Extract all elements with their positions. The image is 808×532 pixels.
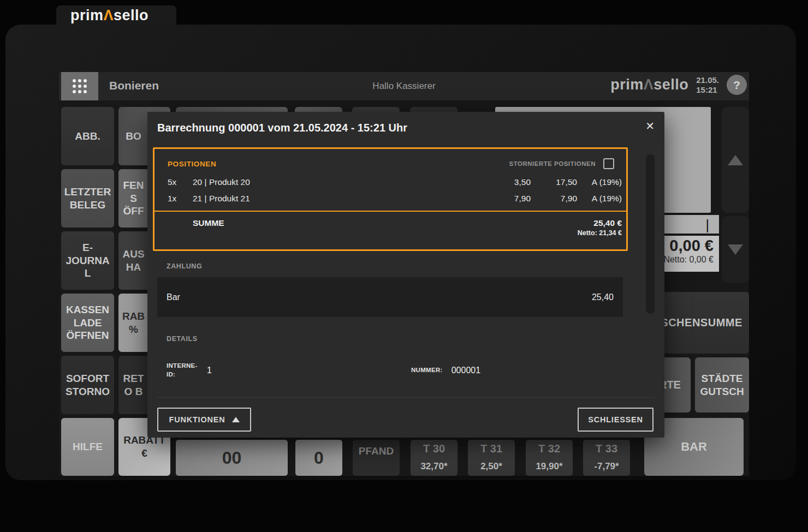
summe-value: 25,40 € (593, 218, 622, 228)
funktionen-button[interactable]: FUNKTIONEN (157, 408, 251, 432)
dialog-title: Barrechnung 000001 vom 21.05.2024 - 15:2… (157, 122, 407, 134)
button-label: T 33 (596, 443, 617, 455)
arrow-down-icon (728, 244, 743, 255)
button-label: 00 (222, 448, 242, 468)
position-row: 1x 21 | Produkt 21 7,90 7,90 A (19%) (168, 194, 622, 204)
sidebar-item-sofort-storno[interactable]: SOFORT STORNO (61, 356, 114, 414)
table-30-button[interactable]: T 3032,70* (411, 440, 458, 476)
logo-text: prim (70, 7, 104, 23)
nummer-value: 000001 (451, 366, 480, 375)
sidebar-item-letzter-beleg[interactable]: LETZTER BELEG (61, 169, 114, 228)
button-label: STÄDTE GUTSCH (698, 372, 746, 398)
date-label: 21.05. (696, 75, 719, 85)
button-label: LETZTER BELEG (64, 186, 111, 212)
datetime: 21.05. 15:21 (696, 75, 719, 95)
button-label: BAR (681, 439, 707, 455)
button-label: RAB % (121, 310, 146, 336)
item-tax: A (19%) (577, 194, 622, 204)
button-label: T 30 (423, 443, 445, 455)
zahlung-row: Bar 25,40 (157, 277, 623, 317)
logo-text: prim (610, 76, 644, 93)
chevron-up-icon (232, 417, 240, 422)
button-label: KASSENLADE ÖFFNEN (64, 303, 111, 342)
item-unit-price: 7,90 (487, 194, 531, 204)
item-qty: 1x (168, 194, 193, 204)
interne-id-value: 1 (207, 366, 212, 375)
close-icon[interactable]: ✕ (645, 119, 655, 133)
table-amount: 2,50* (480, 461, 502, 472)
summe-divider (155, 211, 626, 212)
sidebar-item-hilfe[interactable]: HILFE (61, 418, 114, 476)
button-label: SOFORT STORNO (64, 372, 111, 398)
stornierte-positionen-label: STORNIERTE POSITIONEN (509, 160, 596, 167)
time-label: 15:21 (696, 85, 719, 95)
footer-divider (157, 397, 655, 398)
primasello-logo: primΛsello (70, 7, 148, 24)
keypad-0-button[interactable]: 0 (295, 440, 342, 476)
positions-heading: POSITIONEN (168, 160, 216, 168)
item-unit-price: 3,50 (487, 177, 531, 187)
table-amount: 19,90* (536, 461, 562, 472)
question-mark-icon: ? (733, 79, 740, 92)
sidebar-item-abbruch[interactable]: ABB. (61, 107, 114, 165)
logo-caret-icon: Λ (104, 7, 114, 23)
keypad-00-button[interactable]: 00 (176, 440, 288, 476)
button-label: RETO B (121, 372, 146, 398)
sidebar-item-e-journal[interactable]: E-JOURNAL (61, 231, 114, 290)
scroll-down-button[interactable] (722, 216, 749, 283)
item-name: 20 | Produkt 20 (193, 177, 487, 187)
table-31-button[interactable]: T 312,50* (468, 440, 515, 476)
table-amount: -7,79* (594, 461, 619, 472)
button-label: AUS HA (121, 248, 146, 274)
button-label: E-JOURNAL (64, 241, 111, 280)
nummer-label: NUMMER: (411, 366, 443, 375)
details-heading: DETAILS (167, 335, 198, 343)
table-amount: 32,70* (420, 461, 447, 472)
button-label: 0 (314, 448, 324, 468)
button-label: T 32 (538, 443, 560, 455)
item-total: 17,50 (531, 177, 577, 187)
payment-amount: 25,40 (592, 292, 614, 302)
button-label: FENS ÖFF (121, 179, 146, 218)
table-33-button[interactable]: T 33-7,79* (583, 440, 630, 476)
staedte-gutschein-button[interactable]: STÄDTE GUTSCH (695, 357, 749, 413)
primasello-logo-header: primΛsello (610, 76, 688, 93)
button-label: SCHLIESSEN (588, 415, 643, 424)
header-right-cluster: primΛsello 21.05. 15:21 ? (610, 75, 747, 95)
button-label: ABB. (75, 130, 100, 143)
screen: primΛsello Bonieren Hallo Kassierer prim… (0, 0, 808, 532)
item-name: 21 | Produkt 21 (193, 194, 487, 204)
logo-text: sello (114, 7, 148, 23)
scroll-up-button[interactable] (722, 107, 749, 213)
logo-caret-icon: Λ (644, 76, 654, 93)
sidebar-item-kassenlade-oeffnen[interactable]: KASSENLADE ÖFFNEN (61, 294, 114, 352)
button-label: RABATT € (121, 434, 168, 460)
stornierte-positionen-checkbox[interactable] (603, 158, 614, 169)
app-logo-tab: primΛsello (56, 5, 176, 25)
dialog-scrollbar[interactable] (646, 154, 655, 314)
interne-id-label: INTERNE-ID: (167, 362, 201, 379)
button-label: HILFE (73, 440, 103, 453)
button-label: FUNKTIONEN (169, 415, 225, 424)
details-row: INTERNE-ID: 1 NUMMER: 000001 (167, 356, 636, 385)
receipt-dialog: Barrechnung 000001 vom 21.05.2024 - 15:2… (147, 112, 664, 438)
text-cursor: | (706, 217, 710, 233)
help-button[interactable]: ? (727, 75, 747, 95)
netto-value: Netto: 21,34 € (168, 229, 622, 237)
positions-panel: POSITIONEN STORNIERTE POSITIONEN 5x 20 |… (153, 147, 628, 251)
pfand-button[interactable]: PFAND (353, 440, 400, 476)
position-row: 5x 20 | Produkt 20 3,50 17,50 A (19%) (168, 177, 622, 187)
payment-method: Bar (167, 292, 180, 302)
item-qty: 5x (168, 177, 193, 187)
schliessen-button[interactable]: SCHLIESSEN (578, 408, 653, 432)
table-32-button[interactable]: T 3219,90* (526, 440, 573, 476)
arrow-up-icon (728, 155, 743, 165)
zahlung-heading: ZAHLUNG (167, 262, 202, 270)
button-label: BO (126, 130, 141, 143)
button-label: T 31 (480, 443, 502, 455)
logo-text: sello (653, 76, 688, 93)
summe-label: SUMME (193, 218, 224, 228)
item-tax: A (19%) (577, 177, 622, 187)
button-label: PFAND (359, 445, 394, 457)
item-total: 7,90 (531, 194, 577, 204)
